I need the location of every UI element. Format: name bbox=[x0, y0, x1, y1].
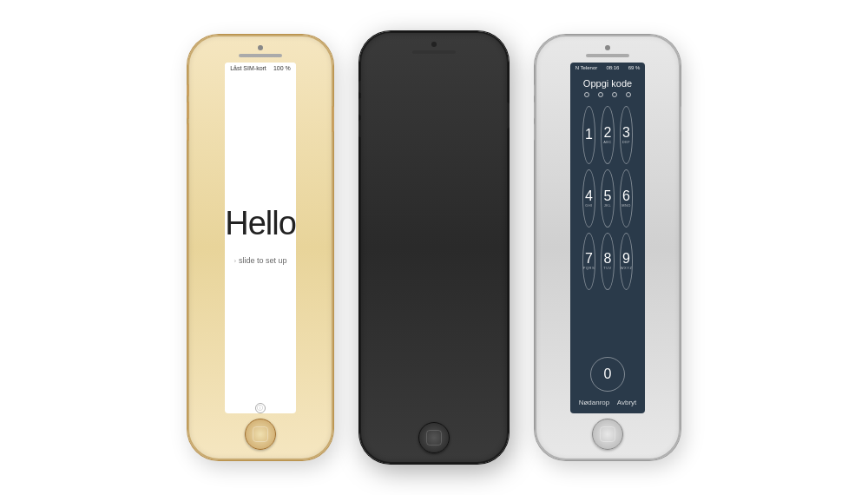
passcode-key-1[interactable]: 1 bbox=[582, 106, 596, 164]
phone-top bbox=[536, 36, 679, 57]
mute-button[interactable] bbox=[187, 84, 189, 96]
volume-up-button[interactable] bbox=[187, 102, 189, 119]
hello-text: Hello bbox=[225, 205, 296, 242]
front-camera bbox=[431, 42, 437, 47]
volume-down-button[interactable] bbox=[358, 120, 361, 137]
phones-container: Låst SIM-kort 100 % Hello › slide to set… bbox=[0, 0, 868, 495]
passcode-key-4[interactable]: 4 GHI bbox=[582, 169, 596, 228]
passcode-zero-row: 0 bbox=[570, 357, 646, 395]
passcode-key-8[interactable]: 8 TUV bbox=[601, 233, 615, 291]
carrier-label: Låst SIM-kort bbox=[230, 65, 266, 71]
battery-label: 100 % bbox=[273, 65, 291, 71]
phone-bottom bbox=[189, 419, 332, 459]
phone-bottom bbox=[361, 422, 507, 462]
passcode-key-0[interactable]: 0 bbox=[590, 357, 625, 392]
speaker bbox=[586, 54, 629, 57]
phone-bottom bbox=[536, 419, 679, 459]
phone-silver: N Telenor 08:16 69 % Oppgi kode 1 bbox=[535, 35, 681, 460]
slide-to-setup: › slide to set up bbox=[233, 256, 286, 265]
speaker bbox=[239, 54, 282, 57]
passcode-grid: 1 2 ABC 3 DEF 4 GHI bbox=[570, 102, 646, 357]
phone-top bbox=[189, 36, 332, 57]
sleep-wake-button[interactable] bbox=[507, 102, 510, 129]
home-button-inner bbox=[253, 426, 268, 442]
sleep-wake-button[interactable] bbox=[679, 106, 681, 132]
volume-down-button[interactable] bbox=[187, 123, 189, 141]
phone-dark: N Telenor 00:01 100 % 💬 Meldinger 1 SØN … bbox=[359, 31, 509, 464]
front-camera bbox=[258, 45, 263, 50]
chevron-right-icon: › bbox=[233, 257, 236, 265]
phone-gold: Låst SIM-kort 100 % Hello › slide to set… bbox=[187, 35, 333, 460]
hello-content: Hello › slide to set up bbox=[225, 74, 296, 396]
passcode-key-5[interactable]: 5 JKL bbox=[601, 169, 615, 228]
phone-top bbox=[361, 33, 507, 54]
home-button[interactable] bbox=[418, 422, 450, 453]
volume-up-button[interactable] bbox=[358, 98, 361, 116]
screen-passcode: N Telenor 08:16 69 % Oppgi kode 1 bbox=[570, 63, 646, 413]
screen-hello: Låst SIM-kort 100 % Hello › slide to set… bbox=[225, 63, 296, 413]
speaker bbox=[412, 50, 456, 54]
battery: 69 % bbox=[628, 65, 641, 70]
info-icon[interactable]: ⓘ bbox=[255, 403, 266, 413]
front-camera bbox=[605, 45, 610, 50]
carrier: N Telenor bbox=[575, 65, 598, 70]
home-button[interactable] bbox=[592, 419, 623, 450]
passcode-title: Oppgi kode bbox=[570, 73, 646, 92]
volume-down-button[interactable] bbox=[534, 123, 536, 141]
volume-up-button[interactable] bbox=[534, 102, 536, 119]
status-bar: Låst SIM-kort 100 % bbox=[225, 63, 296, 74]
passcode-dots bbox=[570, 92, 646, 97]
passcode-bottom-buttons: Nødanrop Avbryt bbox=[570, 395, 646, 413]
home-button-inner bbox=[426, 430, 442, 446]
status-bar: N Telenor 08:16 69 % bbox=[570, 63, 646, 73]
passcode-key-2[interactable]: 2 ABC bbox=[601, 106, 615, 164]
mute-button[interactable] bbox=[534, 84, 536, 96]
passcode-key-7[interactable]: 7 PQRS bbox=[582, 233, 596, 291]
sleep-wake-button[interactable] bbox=[332, 106, 334, 132]
mute-button[interactable] bbox=[358, 81, 361, 93]
home-button[interactable] bbox=[245, 419, 276, 450]
home-button-inner bbox=[600, 426, 615, 442]
time: 08:16 bbox=[606, 65, 619, 70]
passcode-dot-3 bbox=[612, 92, 617, 97]
cancel-button[interactable]: Avbryt bbox=[617, 399, 637, 406]
passcode-key-6[interactable]: 6 MNO bbox=[620, 169, 634, 228]
passcode-dot-2 bbox=[598, 92, 603, 97]
passcode-key-9[interactable]: 9 WXYZ bbox=[620, 233, 634, 291]
emergency-call-button[interactable]: Nødanrop bbox=[579, 399, 610, 406]
passcode-dot-4 bbox=[626, 92, 631, 97]
passcode-key-3[interactable]: 3 DEF bbox=[620, 106, 634, 164]
passcode-dot-1 bbox=[584, 92, 589, 97]
